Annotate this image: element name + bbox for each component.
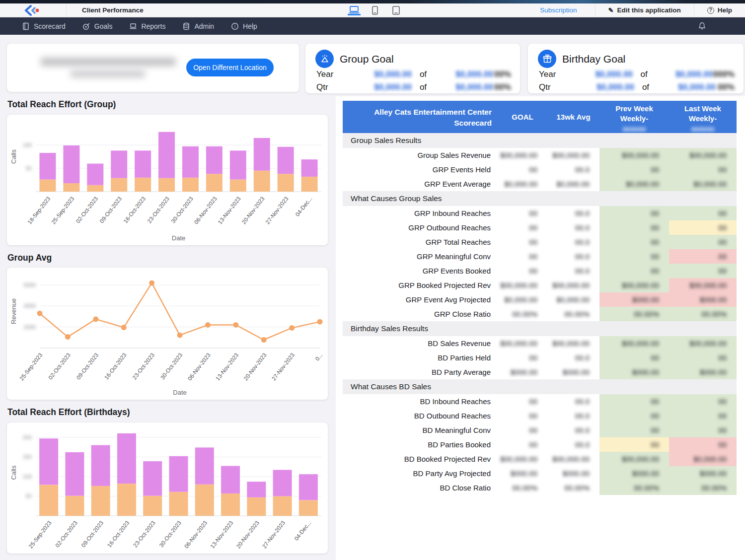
help-circle-icon: ?: [707, 7, 714, 14]
svg-text:50: 50: [26, 165, 32, 171]
svg-text:0...: 0...: [314, 352, 323, 362]
cell-last-week-blurred: 00: [669, 264, 737, 278]
help-button[interactable]: ? Help: [694, 3, 745, 17]
table-row: GRP Close Ratio00.00%00.00%00.00%00.00%: [343, 307, 737, 321]
goals-target-icon: [82, 22, 90, 30]
svg-text:20-Nov-2023: 20-Nov-2023: [240, 196, 265, 225]
cell-goal-blurred: 00: [498, 206, 547, 220]
cell-goal-blurred: $0,000.00: [498, 292, 547, 307]
svg-text:100: 100: [23, 142, 32, 148]
nav-item-goals[interactable]: Goals: [82, 22, 113, 30]
row-label: GRP Close Ratio: [343, 310, 498, 318]
svg-text:13-Nov-2023: 13-Nov-2023: [215, 352, 239, 382]
table-row: BD Parties Booked0000.00000: [343, 437, 737, 452]
cell-goal-blurred: 00: [498, 220, 547, 235]
cell-last-week-blurred: 00: [669, 162, 737, 177]
cell-13wk-avg-blurred: 00.0: [547, 249, 599, 264]
cell-goal-blurred: $000.00: [498, 365, 547, 379]
scorecard-table-body: Group Sales ResultsGroup Sales Revenue$0…: [343, 133, 737, 495]
svg-text:50: 50: [26, 493, 32, 499]
nav-item-reports[interactable]: Reports: [129, 22, 165, 30]
row-label: BD Parties Booked: [343, 440, 498, 449]
row-label: BD Outbound Reaches: [343, 412, 498, 420]
table-row: BD Meaningful Conv0000.00000: [343, 423, 737, 437]
cell-13wk-avg-blurred: 00.0: [547, 394, 599, 409]
cell-goal-blurred: 00: [498, 235, 547, 249]
phone-preview-icon[interactable]: [369, 5, 381, 15]
cell-13wk-avg-blurred: 00.00%: [547, 307, 599, 321]
cell-last-week-blurred: 00: [669, 220, 737, 235]
row-label: BD Close Ratio: [343, 484, 498, 492]
svg-text:30-Oct-2023: 30-Oct-2023: [170, 196, 194, 224]
admin-database-icon: [182, 22, 190, 30]
qtr-actual-blurred: $0,000.00: [576, 82, 634, 92]
notifications-bell-icon[interactable]: [698, 22, 706, 30]
cell-13wk-avg-blurred: $00,000.00: [547, 336, 599, 350]
group-goal-mountain-icon: [315, 50, 334, 68]
table-row: BD Close Ratio00.00%00.00%00.00%00.00%: [343, 481, 737, 495]
desktop-preview-icon[interactable]: [348, 5, 361, 15]
open-different-location-button[interactable]: Open Different Location: [186, 59, 274, 76]
total-reach-effort-birthdays-chart: 50100150200Calls25-Sep-202302-Oct-202309…: [7, 422, 328, 554]
group-goal-year-row: Year $0,000.00 of $0,000.00 00%: [305, 68, 520, 81]
nav-item-scorecard[interactable]: Scorecard: [22, 22, 66, 30]
location-name-blurred: [41, 58, 176, 66]
svg-text:27-Nov-2023: 27-Nov-2023: [264, 196, 289, 225]
birthday-goal-header: Birthday Goal: [528, 44, 744, 68]
cell-goal-blurred: 00: [498, 350, 547, 365]
last-week-date-blurred: 00/00/00: [691, 126, 715, 134]
svg-text:6000: 6000: [24, 282, 36, 288]
svg-text:16-Oct-2023: 16-Oct-2023: [106, 520, 131, 549]
row-label: BD Parties Held: [343, 353, 498, 362]
cell-13wk-avg-blurred: $00,000.00: [547, 278, 599, 292]
cell-goal-blurred: 00: [498, 264, 547, 278]
svg-text:04-Dec...: 04-Dec...: [293, 520, 312, 542]
nav-item-help[interactable]: i Help: [231, 22, 257, 30]
table-row: GRP Events Booked0000.00000: [343, 264, 737, 278]
svg-text:27-Nov-2023: 27-Nov-2023: [271, 352, 296, 382]
cell-last-week-blurred: $0,000.00: [669, 177, 737, 191]
cell-last-week-blurred: 00.00%: [669, 307, 737, 321]
column-header-goal: GOAL: [498, 101, 547, 134]
birthday-goal-gift-icon: [538, 50, 556, 68]
svg-text:2000: 2000: [24, 324, 36, 330]
svg-text:20-Nov-2023: 20-Nov-2023: [235, 520, 260, 550]
cell-goal-blurred: $00,000.00: [498, 148, 547, 162]
device-preview-switcher: [348, 5, 402, 16]
cell-prev-week-blurred: $00,000.00: [599, 336, 669, 350]
chart2-heading: Group Avg: [7, 253, 52, 263]
cell-prev-week-blurred: 00: [599, 220, 669, 235]
app-logo-icon: [24, 5, 41, 16]
svg-text:30-Oct-2023: 30-Oct-2023: [158, 520, 182, 549]
tablet-preview-icon[interactable]: [389, 5, 402, 15]
svg-text:27-Nov-2023: 27-Nov-2023: [261, 520, 286, 550]
subscription-link[interactable]: Subscription: [522, 6, 595, 14]
svg-text:200: 200: [23, 434, 32, 440]
pencil-icon: ✎: [608, 6, 614, 14]
cell-goal-blurred: $00,000.00: [498, 278, 547, 292]
nav-item-admin[interactable]: Admin: [182, 22, 214, 30]
table-row: BD Sales Revenue$00,000.00$00,000.00$00,…: [343, 336, 737, 350]
cell-13wk-avg-blurred: 00.00%: [547, 481, 599, 495]
chart1-heading: Total Reach Effort (Group): [7, 99, 116, 110]
cell-last-week-blurred: 00: [669, 249, 737, 264]
cell-last-week-blurred: 00: [669, 409, 737, 423]
row-label: GRP Meaningful Conv: [343, 252, 498, 261]
cell-goal-blurred: $00,000.00: [498, 336, 547, 350]
scorecard-icon: [22, 22, 30, 30]
group-goal-title: Group Goal: [340, 53, 394, 65]
prev-week-date-blurred: 00/00/00: [623, 126, 646, 134]
qtr-target-blurred: $0,000.00: [435, 82, 493, 92]
edit-application-button[interactable]: ✎ Edit this application: [595, 3, 694, 17]
row-label: GRP Total Reaches: [343, 238, 498, 246]
cell-prev-week-blurred: 00: [599, 423, 669, 437]
cell-last-week-blurred: $0,000.00: [669, 452, 737, 466]
birthday-goal-card: Birthday Goal Year $0,000.00 of $0,000.0…: [528, 44, 744, 93]
table-row: BD Party Avg Projected$000.00$000.00$000…: [343, 466, 737, 481]
table-row: BD Parties Held0000.00000: [343, 350, 737, 365]
user-account-blurred[interactable]: [709, 17, 745, 35]
stacked-bar-chart-group: 50100CallsDate18-Sep-202325-Sep-202302-O…: [7, 115, 328, 245]
location-card: Open Different Location: [7, 44, 299, 92]
birthday-goal-qtr-row: Qtr $0,000.00 of $0,000.00 00%: [528, 81, 744, 94]
row-label: GRP Outbound Reaches: [343, 223, 498, 232]
